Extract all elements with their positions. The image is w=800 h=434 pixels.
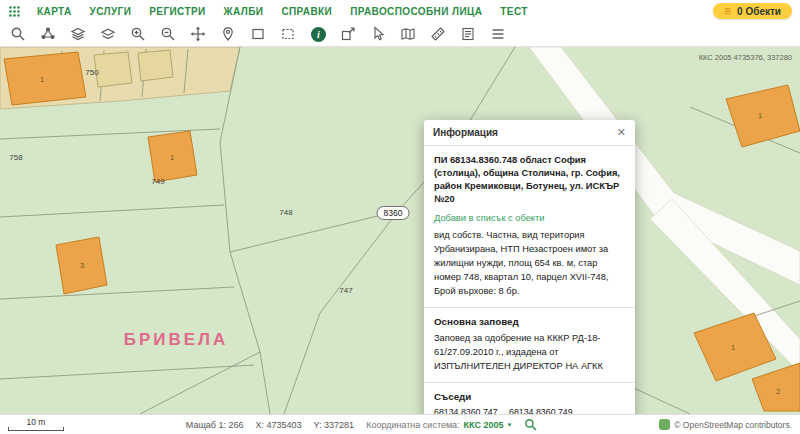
add-to-objects-link[interactable]: Добави в списък с обекти <box>434 213 625 223</box>
status-bar: 10 m Мащаб 1: 266 X: 4735403 Y: 337281 К… <box>0 414 800 434</box>
nav-item-6[interactable]: ТЕСТ <box>500 6 527 17</box>
neighbor-parcel-link[interactable]: 68134.8360.747, <box>434 407 500 414</box>
snap-tool[interactable] <box>36 24 60 45</box>
document-tool[interactable] <box>456 24 480 45</box>
map-attribution: © OpenStreetMap contributors. <box>659 419 792 430</box>
status-readouts: Мащаб 1: 266 X: 4735403 Y: 337281 Коорди… <box>186 418 538 431</box>
objects-button-label: 0 Обекти <box>737 6 781 17</box>
basemap-graphics <box>0 47 800 414</box>
toolbar-menu-tool[interactable] <box>486 24 510 45</box>
hamburger-icon: ≡ <box>724 5 731 17</box>
info-tool[interactable]: i <box>306 24 330 45</box>
nav-item-5[interactable]: ПРАВОСПОСОБНИ ЛИЦА <box>350 6 482 17</box>
zoom-in-tool[interactable] <box>126 24 150 45</box>
attribution-text[interactable]: © OpenStreetMap contributors. <box>674 420 792 430</box>
zoom-out-tool[interactable] <box>156 24 180 45</box>
crs-control: Координатна система: ККС 2005 ▼ <box>366 420 512 430</box>
map-tool[interactable] <box>396 24 420 45</box>
neighbors-section-title: Съседи <box>434 391 625 402</box>
chevron-down-icon: ▼ <box>507 422 513 428</box>
scale-bar-label: 10 m <box>27 418 46 427</box>
app-grid-icon[interactable] <box>8 5 21 18</box>
scale-bar-line <box>8 427 64 431</box>
info-panel-title: Информация <box>433 127 498 138</box>
info-panel-header: Информация ✕ <box>424 120 635 146</box>
y-coordinate-readout: Y: 337281 <box>314 420 355 430</box>
nav-item-2[interactable]: РЕГИСТРИ <box>149 6 205 17</box>
order-text: Заповед за одобрение на КККР РД-18-61/27… <box>434 332 625 374</box>
crs-select[interactable]: ККС 2005 ▼ <box>464 420 513 430</box>
crs-label: Координатна система: <box>366 420 459 430</box>
svg-text:i: i <box>317 29 320 40</box>
pan-tool[interactable] <box>186 24 210 45</box>
map-coordinates-readout: ККС 2005 4735376, 337280 <box>699 53 792 62</box>
map-canvas[interactable]: 7507587497487471131128360БРИВЕЛА ККС 200… <box>0 47 800 414</box>
basemaps-tool[interactable] <box>96 24 120 45</box>
marker-tool[interactable] <box>216 24 240 45</box>
map-scale-readout: Мащаб 1: 266 <box>186 420 244 430</box>
nav-item-0[interactable]: КАРТА <box>37 6 72 17</box>
section-divider <box>424 307 635 308</box>
neighbors-list: 68134.8360.747,68134.8360.749,68134.8360… <box>434 407 625 414</box>
coordinate-search-button[interactable] <box>524 418 537 431</box>
close-icon[interactable]: ✕ <box>617 127 626 138</box>
section-divider <box>424 382 635 383</box>
measure-tool[interactable] <box>426 24 450 45</box>
objects-button[interactable]: ≡ 0 Обекти <box>713 3 792 19</box>
nav-item-4[interactable]: СПРАВКИ <box>281 6 332 17</box>
x-coordinate-readout: X: 4735403 <box>255 420 301 430</box>
nav-item-1[interactable]: УСЛУГИ <box>90 6 132 17</box>
parcel-details: вид собств. Частна, вид територия Урбани… <box>434 229 625 299</box>
top-navigation: КАРТАУСЛУГИРЕГИСТРИЖАЛБИСПРАВКИПРАВОСПОС… <box>0 0 800 22</box>
main-nav: КАРТАУСЛУГИРЕГИСТРИЖАЛБИСПРАВКИПРАВОСПОС… <box>37 6 528 17</box>
move-geometry-tool[interactable] <box>336 24 360 45</box>
nav-item-3[interactable]: ЖАЛБИ <box>224 6 264 17</box>
map-toolbar: i <box>0 22 800 47</box>
osm-logo-icon <box>659 419 670 430</box>
info-panel-body: ПИ 68134.8360.748 област София (столица)… <box>424 146 635 414</box>
search-tool[interactable] <box>6 24 30 45</box>
draw-rectangle-tool[interactable] <box>246 24 270 45</box>
info-panel: Информация ✕ ПИ 68134.8360.748 област Со… <box>424 120 635 414</box>
select-area-tool[interactable] <box>276 24 300 45</box>
parcel-address: ПИ 68134.8360.748 област София (столица)… <box>434 154 625 206</box>
scale-bar: 10 m <box>8 418 64 431</box>
neighbor-parcel-link[interactable]: 68134.8360.749, <box>509 407 575 414</box>
pointer-tool[interactable] <box>366 24 390 45</box>
order-section-title: Основна заповед <box>434 316 625 327</box>
layers-tool[interactable] <box>66 24 90 45</box>
